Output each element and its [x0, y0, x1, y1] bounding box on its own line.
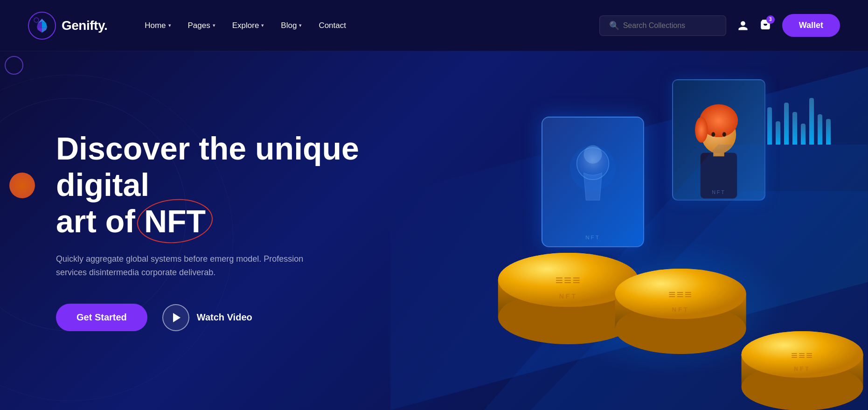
nav-explore[interactable]: Explore ▾ — [232, 21, 264, 30]
get-started-button[interactable]: Get Started — [56, 304, 147, 331]
svg-text:≡≡≡: ≡≡≡ — [556, 273, 581, 287]
logo[interactable]: Genifty. — [28, 12, 107, 40]
nav-blog[interactable]: Blog ▾ — [281, 21, 302, 30]
search-input[interactable] — [623, 21, 716, 30]
svg-text:≡≡≡: ≡≡≡ — [669, 287, 693, 301]
hero-content: Discover the unique digital art of NFT Q… — [0, 130, 382, 331]
cart-badge: 3 — [766, 15, 775, 24]
hero-title: Discover the unique digital art of NFT — [56, 130, 382, 240]
play-triangle-icon — [173, 313, 181, 322]
orb-decoration-top — [5, 56, 23, 75]
chevron-down-icon: ▾ — [168, 22, 171, 28]
hero-section: NFT — [0, 51, 868, 410]
coins-svg: ≡≡≡ NFT ≡≡≡ NFT ≡≡≡ NFT — [390, 51, 868, 410]
cart-button[interactable]: 3 — [760, 19, 771, 32]
user-icon[interactable] — [737, 20, 749, 31]
hero-actions: Get Started Watch Video — [56, 304, 382, 331]
chevron-down-icon: ▾ — [261, 22, 264, 28]
play-icon — [162, 304, 189, 331]
logo-icon — [28, 12, 56, 40]
svg-text:≡≡≡: ≡≡≡ — [791, 349, 813, 361]
hero-illustration: NFT — [390, 51, 868, 410]
chevron-down-icon: ▾ — [213, 22, 215, 28]
hero-subtitle: Quickly aggregate global systems before … — [56, 252, 326, 279]
logo-svg — [33, 17, 51, 35]
search-icon: 🔍 — [609, 21, 619, 31]
svg-text:NFT: NFT — [672, 306, 689, 313]
svg-text:NFT: NFT — [794, 366, 811, 372]
brand-name: Genifty. — [62, 18, 107, 33]
nav-right: 🔍 3 Wallet — [599, 14, 840, 37]
nav-links: Home ▾ Pages ▾ Explore ▾ Blog ▾ Contact — [145, 21, 599, 30]
nav-contact[interactable]: Contact — [319, 21, 346, 30]
watch-video-button[interactable]: Watch Video — [162, 304, 252, 331]
nav-pages[interactable]: Pages ▾ — [188, 21, 215, 30]
watch-video-label: Watch Video — [197, 312, 252, 323]
nft-highlight: NFT — [144, 203, 206, 239]
svg-text:NFT: NFT — [559, 292, 577, 300]
nav-home[interactable]: Home ▾ — [145, 21, 171, 30]
chevron-down-icon: ▾ — [299, 22, 302, 28]
navbar: Genifty. Home ▾ Pages ▾ Explore ▾ Blog ▾… — [0, 0, 868, 51]
search-bar[interactable]: 🔍 — [599, 15, 726, 36]
wallet-button[interactable]: Wallet — [782, 14, 840, 37]
svg-point-0 — [34, 18, 39, 22]
